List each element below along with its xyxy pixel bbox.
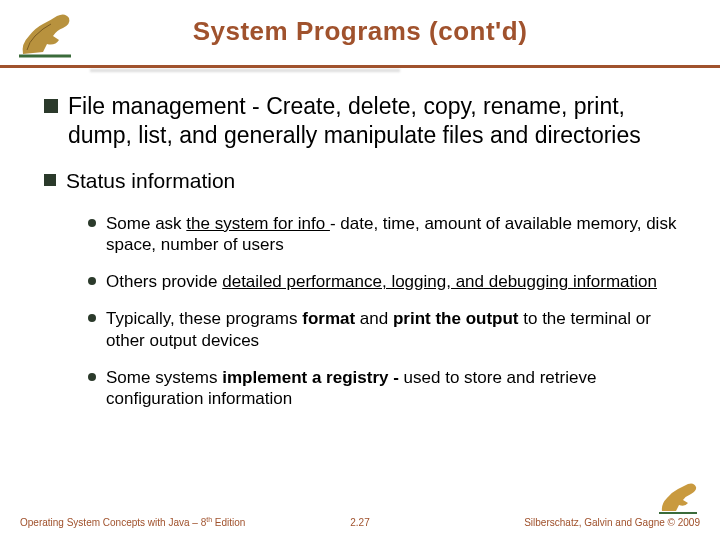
slide-footer: Operating System Concepts with Java – 8t… [20,477,700,528]
text-underline: the system for info [186,214,330,233]
square-bullet-icon [44,99,58,113]
round-bullet-icon [88,277,96,285]
bullet-text: Typically, these programs format and pri… [106,308,680,351]
title-shadow [90,69,400,72]
bullet-level1: Status information [44,168,680,193]
square-bullet-icon [44,174,56,186]
bullet-text: Status information [66,168,235,193]
bullet-level2: Others provide detailed performance, log… [88,271,680,292]
dinosaur-logo-icon [15,6,75,58]
bullet-level2: Some ask the system for info - date, tim… [88,213,680,256]
slide: System Programs (cont'd) File management… [0,0,720,540]
footer-left-text: Operating System Concepts with Java – 8t… [20,516,245,528]
text-underline: detailed performance, logging, and debug… [222,272,657,291]
text-frag: Some systems [106,368,222,387]
text-frag: Operating System Concepts with Java – 8 [20,517,206,528]
slide-title: System Programs (cont'd) [40,10,680,47]
round-bullet-icon [88,373,96,381]
text-frag: Some ask [106,214,186,233]
text-frag: Typically, these programs [106,309,302,328]
dinosaur-logo-small-icon [656,477,700,515]
text-bold: print the output [393,309,519,328]
copyright-text: Silberschatz, Galvin and Gagne © 2009 [524,517,700,528]
sub-bullet-group: Some ask the system for info - date, tim… [44,207,680,410]
bullet-text: File management - Create, delete, copy, … [68,92,680,150]
round-bullet-icon [88,219,96,227]
slide-header: System Programs (cont'd) [40,10,680,80]
slide-content: File management - Create, delete, copy, … [40,80,680,409]
text-frag: and [355,309,393,328]
footer-right: Silberschatz, Galvin and Gagne © 2009 [524,477,700,528]
bullet-level2: Some systems implement a registry - used… [88,367,680,410]
text-bold: format [302,309,355,328]
bullet-text: Others provide detailed performance, log… [106,271,657,292]
title-underline [0,65,720,68]
text-frag: Edition [212,517,245,528]
bullet-level1: File management - Create, delete, copy, … [44,92,680,150]
text-frag: Others provide [106,272,222,291]
text-bold: implement a registry - [222,368,403,387]
round-bullet-icon [88,314,96,322]
bullet-text: Some systems implement a registry - used… [106,367,680,410]
slide-number: 2.27 [350,517,369,528]
bullet-level2: Typically, these programs format and pri… [88,308,680,351]
bullet-text: Some ask the system for info - date, tim… [106,213,680,256]
